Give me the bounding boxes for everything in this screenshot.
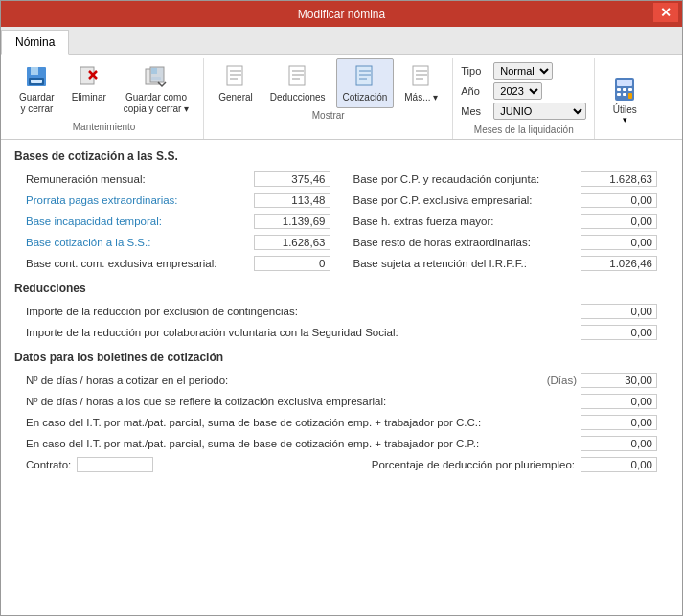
it-cp-input[interactable]: [581, 436, 657, 451]
deducciones-label: Deducciones: [270, 92, 326, 103]
mantenimiento-items: Guardary cerrar Eliminar: [12, 58, 195, 120]
mostrar-group-label: Mostrar: [312, 110, 345, 124]
base-horas-label: Base h. extras fuerza mayor:: [353, 216, 581, 227]
svg-rect-9: [151, 68, 157, 74]
bases-section-title: Bases de cotización a las S.S.: [14, 149, 669, 163]
red-vol-input[interactable]: [581, 325, 657, 340]
pluriempleo-label: Porcentaje de deducción por pluriempleo:: [372, 459, 575, 470]
mes-label: Mes: [461, 105, 489, 117]
prorrata-input[interactable]: [254, 193, 330, 208]
base-excl-input[interactable]: [254, 256, 330, 271]
base-irpf-input[interactable]: [581, 256, 657, 271]
tipo-section-label: Meses de la liquidación: [461, 125, 586, 135]
contrato-pluriempleo-row: Contrato: Porcentaje de deducción por pl…: [14, 454, 669, 475]
guardar-cerrar-button[interactable]: Guardary cerrar: [12, 58, 61, 120]
tipo-section: Tipo Normal Extra Atraso Año 2022 2023 2…: [453, 58, 595, 139]
red-excl-label: Importe de la reducción por exclusión de…: [26, 306, 581, 317]
contrato-label: Contrato:: [26, 459, 71, 470]
svg-rect-28: [617, 80, 632, 86]
mas-button[interactable]: Más... ▾: [398, 58, 444, 108]
general-icon: [222, 63, 249, 90]
base-ss-input[interactable]: [254, 235, 330, 250]
red-excl-input[interactable]: [581, 304, 657, 319]
reducciones-section-title: Reducciones: [14, 282, 669, 295]
svg-rect-3: [31, 80, 42, 83]
base-excl-row: Base cont. com. exclusiva empresarial:: [14, 253, 342, 274]
base-cp-excl-input[interactable]: [581, 193, 657, 208]
mes-select[interactable]: ENEROFEBREROMARZOABRILMAYO JUNIOJULIOAGO…: [493, 103, 586, 120]
svg-rect-10: [151, 77, 161, 80]
remuneracion-input[interactable]: [254, 171, 330, 187]
utilidades-button[interactable]: Útiles ▾: [603, 69, 647, 129]
svg-rect-11: [227, 66, 242, 85]
base-cp-row: Base por C.P. y recaudación conjunta:: [342, 169, 670, 190]
eliminar-button[interactable]: Eliminar: [65, 58, 113, 120]
close-button[interactable]: ✕: [653, 3, 678, 22]
mostrar-items: General Deducciones: [212, 58, 444, 108]
anio-label: Año: [461, 85, 489, 97]
guardar-copia-button[interactable]: Guardar comocopia y cerrar ▾: [117, 58, 195, 120]
base-resto-label: Base resto de horas extraordinarias:: [353, 237, 581, 248]
svg-rect-34: [628, 93, 632, 99]
svg-rect-33: [623, 93, 626, 96]
dias-excl-label: Nº de días / horas a los que se refiere …: [26, 396, 581, 407]
dias-periodo-label: Nº de días / horas a cotizar en el perio…: [26, 375, 547, 386]
guardar-copia-label: Guardar comocopia y cerrar ▾: [124, 92, 189, 115]
dias-periodo-row: Nº de días / horas a cotizar en el perio…: [14, 370, 669, 391]
ribbon-group-mantenimiento: Guardary cerrar Eliminar: [5, 58, 204, 139]
base-horas-input[interactable]: [581, 214, 657, 229]
tipo-row: Tipo Normal Extra Atraso: [461, 62, 586, 80]
base-cp-input[interactable]: [581, 171, 657, 187]
utilidades-label: Útiles: [613, 104, 637, 115]
anio-select[interactable]: 2022 2023 2024: [493, 82, 542, 100]
eliminar-label: Eliminar: [72, 92, 106, 103]
mantenimiento-group-label: Mantenimiento: [73, 122, 136, 135]
anio-row: Año 2022 2023 2024: [461, 82, 586, 100]
base-resto-row: Base resto de horas extraordinarias:: [342, 232, 670, 253]
svg-rect-30: [623, 88, 626, 91]
contrato-input[interactable]: [77, 457, 153, 472]
dias-periodo-input[interactable]: [581, 373, 657, 388]
red-excl-row: Importe de la reducción por exclusión de…: [14, 301, 669, 322]
general-button[interactable]: General: [212, 58, 260, 108]
base-incap-label: Base incapacidad temporal:: [26, 216, 254, 227]
dias-excl-input[interactable]: [581, 394, 657, 409]
tipo-select[interactable]: Normal Extra Atraso: [493, 62, 553, 80]
red-vol-label: Importe de la reducción por colaboración…: [26, 327, 581, 338]
pluriempleo-input[interactable]: [581, 457, 657, 472]
it-cc-input[interactable]: [581, 415, 657, 430]
calculator-icon: [609, 74, 640, 104]
utilidades-section: Útiles ▾: [595, 58, 654, 139]
delete-icon: [76, 63, 102, 90]
boletines-section-title: Datos para los boletines de cotización: [14, 351, 669, 364]
remuneracion-row: Remuneración mensual:: [14, 169, 342, 190]
base-incap-row: Base incapacidad temporal:: [14, 211, 342, 232]
tab-bar: Nómina: [1, 27, 682, 55]
base-ss-label: Base cotización a la S.S.:: [26, 237, 254, 248]
it-cp-row: En caso del I.T. por mat./pat. parcial, …: [14, 433, 669, 454]
mes-row: Mes ENEROFEBREROMARZOABRILMAYO JUNIOJULI…: [461, 103, 586, 120]
reducciones-fields: Importe de la reducción por exclusión de…: [14, 301, 669, 343]
ribbon-group-mostrar: General Deducciones: [204, 58, 453, 139]
bases-right: Base por C.P. y recaudación conjunta: Ba…: [342, 169, 670, 274]
cotizacion-button[interactable]: Cotización: [336, 58, 395, 108]
tab-nomina[interactable]: Nómina: [1, 30, 69, 55]
boletines-fields: Nº de días / horas a cotizar en el perio…: [14, 370, 669, 475]
base-horas-row: Base h. extras fuerza mayor:: [342, 211, 670, 232]
base-irpf-row: Base sujeta a retención del I.R.P.F.:: [342, 253, 670, 274]
guardar-cerrar-label: Guardary cerrar: [19, 92, 55, 115]
mas-label: Más... ▾: [404, 92, 438, 103]
deducciones-button[interactable]: Deducciones: [263, 58, 332, 108]
mas-icon: [408, 63, 435, 90]
base-resto-input[interactable]: [581, 235, 657, 250]
svg-rect-15: [289, 66, 305, 85]
remuneracion-label: Remuneración mensual:: [26, 173, 254, 185]
general-label: General: [218, 92, 253, 103]
svg-rect-19: [356, 66, 372, 85]
base-cp-label: Base por C.P. y recaudación conjunta:: [353, 173, 581, 185]
window-title: Modificar nómina: [298, 8, 385, 21]
svg-rect-31: [628, 88, 632, 91]
base-incap-input[interactable]: [254, 214, 330, 229]
copy-save-icon: [143, 63, 170, 90]
base-cp-excl-label: Base por C.P. exclusiva empresarial:: [353, 194, 581, 206]
